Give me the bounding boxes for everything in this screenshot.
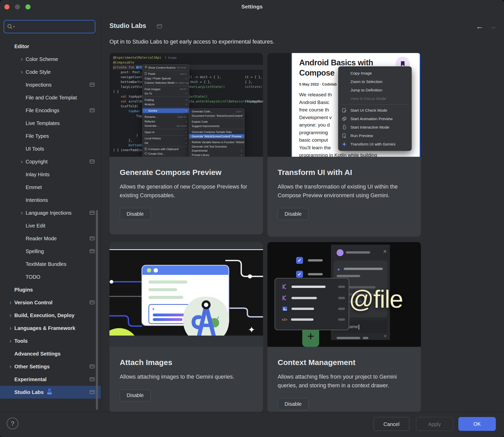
disable-button[interactable]: Disable bbox=[278, 398, 309, 410]
window-indicator-icon bbox=[90, 108, 95, 112]
sidebar-item-spelling[interactable]: ›Spelling bbox=[0, 245, 101, 258]
at-file-tag: @file bbox=[349, 285, 403, 313]
disable-button[interactable]: Disable bbox=[120, 208, 151, 220]
back-arrow-icon[interactable]: ← bbox=[476, 23, 483, 30]
sidebar-item-version-control[interactable]: ›Version Control bbox=[0, 296, 101, 309]
menu-item-label: Copy Image bbox=[350, 71, 372, 76]
sidebar-item-languages-framework[interactable]: ›Languages & Framework bbox=[0, 322, 101, 335]
window-indicator-icon bbox=[90, 365, 95, 368]
menu-item-label: Paste bbox=[148, 72, 155, 75]
sidebar-item-label: TextMate Bundles bbox=[26, 261, 66, 267]
sidebar-item-inspections[interactable]: ›Inspections bbox=[0, 78, 101, 91]
chevron-icon: › bbox=[7, 363, 14, 370]
menu-item-analyze: Analyze› bbox=[143, 102, 189, 107]
menu-item-run-preview: Run Preview bbox=[338, 131, 412, 140]
sidebar-item-tools[interactable]: ›Tools bbox=[0, 335, 101, 347]
menu-item-rename: Rename...Shift+F6 bbox=[143, 115, 189, 119]
menu-item-label: Go To bbox=[145, 92, 152, 95]
sidebar-item-reader-mode[interactable]: ›Reader Mode bbox=[0, 232, 101, 245]
sidebar-item-live-edit[interactable]: ›Live Edit bbox=[0, 219, 101, 232]
chevron-icon: › bbox=[18, 56, 26, 63]
menu-item-suggest-improvements: Suggest Improvements bbox=[189, 124, 244, 128]
menu-item-zoom-to-selection: Zoom to Selection bbox=[338, 77, 412, 86]
window-indicator-icon bbox=[90, 83, 95, 87]
help-button[interactable]: ? bbox=[7, 418, 18, 429]
titlebar: Settings bbox=[0, 0, 504, 14]
menu-item-explain-code: Explain Code bbox=[189, 120, 244, 124]
submenu-arrow-icon: › bbox=[186, 77, 187, 80]
sidebar-item-file-and-code-templat[interactable]: ›File and Code Templat bbox=[0, 91, 101, 104]
sidebar-item-editor[interactable]: ›Editor bbox=[0, 40, 101, 53]
sparkle-icon: ✦ bbox=[152, 307, 155, 311]
sidebar-item-label: Experimental bbox=[14, 377, 47, 382]
page-subtitle: Opt in to Studio Labs to get early acces… bbox=[109, 38, 274, 45]
menu-item-label: Explain Code bbox=[192, 120, 208, 123]
sidebar-item-label: Reader Mode bbox=[26, 236, 57, 242]
sidebar-item-label: File and Code Templat bbox=[26, 95, 77, 101]
sidebar-divider bbox=[101, 13, 101, 412]
sidebar-item-live-templates[interactable]: ›Live Templates bbox=[0, 117, 101, 130]
menu-shortcut: Ctrl+\ bbox=[236, 110, 242, 113]
apply-button[interactable]: Apply bbox=[416, 417, 453, 431]
submenu-arrow-icon: › bbox=[241, 153, 242, 157]
card-title: Generate Compose Preview bbox=[120, 168, 253, 177]
menu-item-label: Copy / Paste Special bbox=[145, 77, 171, 80]
checkbox-checked-icon: ✓ bbox=[296, 257, 303, 264]
chevron-icon: › bbox=[18, 158, 26, 165]
cancel-button[interactable]: Cancel bbox=[374, 417, 409, 431]
sidebar-item-ui-tools[interactable]: ›UI Tools bbox=[0, 142, 101, 155]
menu-item-show-context-actions: Show Context ActionsAlt+Enter bbox=[143, 65, 189, 70]
file-list-popup-graphic: </> bbox=[275, 278, 349, 330]
search-filter-caret-icon: ▾ bbox=[13, 25, 15, 28]
menu-item-label: Start Interactive Mode bbox=[350, 125, 389, 130]
sidebar-item-copyright[interactable]: ›Copyright bbox=[0, 155, 101, 168]
menu-separator bbox=[143, 114, 189, 114]
sidebar-item-other-settings[interactable]: ›Other Settings bbox=[0, 360, 101, 373]
sidebar-item-experimental[interactable]: ›Experimental bbox=[0, 373, 101, 386]
menu-shortcut: Alt+Shift+Insert bbox=[175, 81, 189, 84]
sidebar-item-studio-labs[interactable]: ›Studio Labs bbox=[0, 386, 101, 399]
sidebar-item-intentions[interactable]: ›Intentions bbox=[0, 194, 101, 206]
disable-button[interactable]: Disable bbox=[278, 208, 309, 220]
menu-shortcut: Ctrl+V bbox=[180, 72, 187, 75]
sidebar-item-plugins[interactable]: ›Plugins bbox=[0, 283, 101, 296]
sidebar-item-label: Inspections bbox=[26, 82, 52, 88]
card-description: Allows attaching files from your project… bbox=[278, 372, 411, 390]
sidebar-item-textmate-bundles[interactable]: ›TextMate Bundles bbox=[0, 258, 101, 270]
window-dot-green bbox=[147, 268, 151, 273]
sidebar-item-file-encodings[interactable]: ›File Encodings bbox=[0, 104, 101, 117]
menu-item-label: Folding bbox=[145, 98, 154, 101]
sidebar-item-label: Version Control bbox=[14, 300, 53, 306]
menu-item-label: Document Function "ArticleScreenContent" bbox=[192, 114, 243, 117]
menu-item-open-in: Open In› bbox=[143, 130, 189, 134]
code-line: @ExperimentalMaterial3Api 1 Usage bbox=[113, 55, 263, 60]
sidebar-item-build-execution-deploy[interactable]: ›Build, Execution, Deploy bbox=[0, 309, 101, 322]
menu-item-local-history: Local History› bbox=[143, 136, 189, 141]
settings-search-box[interactable]: ▾ bbox=[4, 20, 95, 33]
sidebar-item-label: Live Edit bbox=[26, 223, 45, 229]
menu-item-generate-unit-test-scenarios: Generate Unit Test Scenarios bbox=[189, 144, 244, 149]
sidebar-scrollbar[interactable] bbox=[96, 210, 98, 410]
window-dot-white bbox=[154, 268, 158, 273]
submenu-arrow-icon: › bbox=[186, 120, 187, 123]
chevron-icon: › bbox=[18, 209, 26, 216]
sidebar-item-emmet[interactable]: ›Emmet bbox=[0, 181, 101, 194]
search-input[interactable] bbox=[17, 24, 92, 30]
sidebar-item-language-injections[interactable]: ›Language Injections bbox=[0, 206, 101, 219]
sidebar-item-file-types[interactable]: ›File Types bbox=[0, 130, 101, 142]
sidebar-item-code-style[interactable]: ›Code Style bbox=[0, 66, 101, 78]
menu-separator bbox=[341, 104, 409, 105]
kotlin-file-icon bbox=[282, 284, 288, 290]
disable-button[interactable]: Disable bbox=[120, 389, 151, 401]
sidebar-item-color-scheme[interactable]: ›Color Scheme bbox=[0, 53, 101, 66]
menu-item-label: Prompt Library bbox=[192, 153, 209, 157]
lightbulb-icon bbox=[145, 66, 148, 69]
menu-item-copy-image: Copy Image bbox=[338, 69, 412, 77]
sidebar-item-todo[interactable]: ›TODO bbox=[0, 270, 101, 283]
sidebar-item-inlay-hints[interactable]: ›Inlay Hints bbox=[0, 168, 101, 181]
ok-button[interactable]: OK bbox=[458, 417, 496, 431]
sidebar-item-label: Inlay Hints bbox=[26, 172, 49, 178]
gemini-star-icon: ✦ bbox=[145, 109, 148, 112]
menu-item-prompt-library: Prompt Library› bbox=[189, 153, 244, 157]
sidebar-item-advanced-settings[interactable]: ›Advanced Settings bbox=[0, 347, 101, 360]
